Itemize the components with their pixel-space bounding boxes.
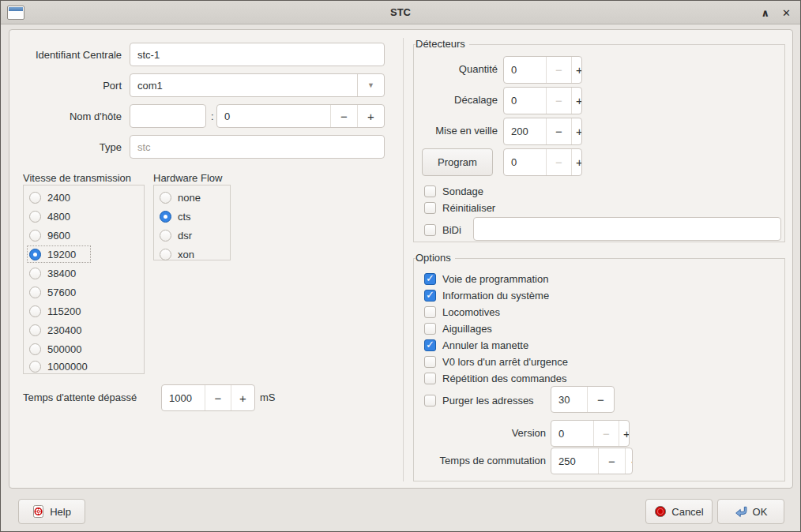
checkbox-icon <box>424 373 436 384</box>
veille-label: Mise en veille <box>414 125 498 137</box>
bidi-input[interactable] <box>473 217 781 241</box>
minus-button[interactable]: − <box>546 57 571 83</box>
detecteurs-group: Détecteurs Quantité 0 − + Décalage 0 − +… <box>413 44 785 242</box>
flow-option-selected[interactable]: cts <box>160 208 191 224</box>
cancel-button[interactable]: Cancel <box>645 499 713 524</box>
minus-button[interactable]: − <box>546 88 571 114</box>
plus-button[interactable]: + <box>357 105 384 127</box>
flow-option[interactable]: none <box>160 189 201 205</box>
flow-option-label: xon <box>178 249 194 260</box>
baud-group-label: Vitesse de transmission <box>23 172 131 184</box>
port-combobox[interactable]: com1 ▼ <box>130 73 385 97</box>
host-port-spinner[interactable]: 0 − + <box>216 104 385 128</box>
decalage-spinner[interactable]: 0 − + <box>503 87 582 114</box>
minus-button[interactable]: − <box>598 448 625 474</box>
quantite-spinner[interactable]: 0 − + <box>503 56 582 84</box>
baud-option[interactable]: 500000 <box>29 341 81 357</box>
host-port-value[interactable]: 0 <box>217 105 330 127</box>
sondage-checkbox[interactable]: Sondage <box>424 183 483 199</box>
minus-button[interactable]: − <box>587 387 614 412</box>
flow-option[interactable]: dsr <box>160 227 192 243</box>
timeout-label: Temps d'attente dépassé <box>23 392 137 403</box>
baud-option[interactable]: 2400 <box>29 189 70 205</box>
commutation-spinner[interactable]: 250 − + <box>551 448 633 474</box>
option-checkbox[interactable]: Répétition des commandes <box>424 370 567 386</box>
column-separator <box>403 38 404 481</box>
baud-group: 2400 4800 9600 19200 38400 57600 115200 … <box>23 185 145 374</box>
option-checkbox[interactable]: Annuler la manette <box>424 337 528 353</box>
program-spinner[interactable]: 0 − + <box>503 148 582 176</box>
flow-option-label: none <box>178 192 201 204</box>
veille-value[interactable]: 200 <box>504 118 546 144</box>
plus-button[interactable]: + <box>571 57 581 83</box>
plus-button[interactable]: + <box>231 385 254 410</box>
shade-icon[interactable]: ∧ <box>762 8 770 18</box>
type-input: stc <box>130 135 385 159</box>
minus-button[interactable]: − <box>330 105 357 127</box>
plus-button[interactable]: + <box>571 118 581 144</box>
version-value[interactable]: 0 <box>551 421 593 446</box>
baud-option[interactable]: 9600 <box>29 227 70 243</box>
titlebar[interactable]: STC ∧ ✕ <box>1 1 800 24</box>
option-checkbox[interactable]: Voie de programmation <box>424 271 548 287</box>
window-title: STC <box>1 6 800 18</box>
minus-button[interactable]: − <box>546 118 571 144</box>
ok-button[interactable]: OK <box>717 499 784 524</box>
purger-spinner[interactable]: 30 − <box>551 386 615 413</box>
version-label: Version <box>414 427 546 439</box>
option-checkbox[interactable]: Information du système <box>424 287 549 303</box>
baud-option[interactable]: 4800 <box>29 208 70 224</box>
baud-option[interactable]: 38400 <box>29 265 76 281</box>
chevron-down-icon[interactable]: ▼ <box>357 74 384 96</box>
baud-option-selected[interactable]: 19200 <box>28 246 90 262</box>
purger-value[interactable]: 30 <box>551 387 587 412</box>
help-icon <box>32 505 45 518</box>
program-button-label: Program <box>438 156 477 168</box>
reinitialiser-checkbox[interactable]: Réinitialiser <box>424 200 495 215</box>
identifiant-value: stc-1 <box>137 49 160 61</box>
quantite-value[interactable]: 0 <box>504 57 546 83</box>
identifiant-input[interactable]: stc-1 <box>130 43 385 66</box>
plus-button[interactable]: + <box>571 149 581 175</box>
timeout-value[interactable]: 1000 <box>162 385 205 410</box>
baud-option[interactable]: 230400 <box>29 322 81 338</box>
plus-button[interactable]: + <box>619 421 629 446</box>
option-label: Annuler la manette <box>442 339 528 351</box>
option-checkbox[interactable]: V0 lors d'un arrêt d'urgence <box>424 354 568 369</box>
radio-icon <box>29 268 41 279</box>
baud-option-label: 19200 <box>47 249 76 260</box>
baud-option[interactable]: 57600 <box>29 284 76 300</box>
decalage-value[interactable]: 0 <box>504 88 546 114</box>
veille-spinner[interactable]: 200 − + <box>503 118 582 145</box>
timeout-spinner[interactable]: 1000 − + <box>161 384 255 411</box>
ok-enter-arrow-icon <box>735 505 748 519</box>
program-value[interactable]: 0 <box>504 149 546 175</box>
minus-button[interactable]: − <box>593 421 619 446</box>
baud-option[interactable]: 1000000 <box>29 358 88 374</box>
minus-button[interactable]: − <box>205 385 231 410</box>
options-group: Options Voie de programmation Informatio… <box>413 258 785 481</box>
commutation-value[interactable]: 250 <box>551 448 598 474</box>
baud-option-label: 57600 <box>47 287 76 298</box>
radio-icon <box>29 211 41 223</box>
version-spinner[interactable]: 0 − + <box>551 420 630 447</box>
flow-option[interactable]: xon <box>160 246 194 262</box>
purger-checkbox[interactable]: Purger les adresses <box>424 392 534 408</box>
checkbox-icon <box>424 323 436 335</box>
option-checkbox[interactable]: Aiguillages <box>424 320 492 336</box>
close-icon[interactable]: ✕ <box>782 8 791 18</box>
program-button[interactable]: Program <box>422 148 493 176</box>
bidi-checkbox[interactable]: BiDi <box>424 222 461 238</box>
option-checkbox[interactable]: Locomotives <box>424 304 500 320</box>
plus-button[interactable]: + <box>571 88 581 114</box>
host-input[interactable] <box>130 104 206 128</box>
minus-button[interactable]: − <box>546 149 571 175</box>
help-button[interactable]: Help <box>18 499 85 524</box>
option-label: Locomotives <box>442 306 500 318</box>
checkbox-icon <box>424 356 436 368</box>
baud-option[interactable]: 115200 <box>29 303 81 319</box>
baud-option-label: 230400 <box>47 324 81 336</box>
plus-button[interactable]: + <box>625 448 632 474</box>
radio-checked-icon <box>29 249 41 260</box>
checkbox-checked-icon <box>424 290 436 302</box>
